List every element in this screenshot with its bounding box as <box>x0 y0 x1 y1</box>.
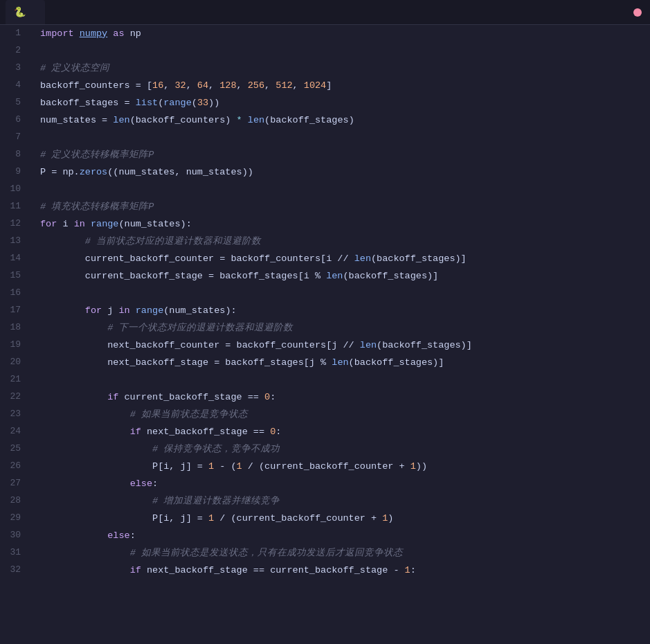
token-var <box>40 407 130 422</box>
line-number: 2 <box>6 42 21 60</box>
line-number: 8 <box>6 146 21 163</box>
token-comment: # 当前状态对应的退避计数器和退避阶数 <box>85 234 261 249</box>
code-line <box>40 42 639 60</box>
token-var: ((num_states, num_states)) <box>107 165 253 180</box>
token-var: , <box>293 78 304 93</box>
code-line: for i in range(num_states): <box>40 215 639 233</box>
token-number: 0 <box>264 390 270 405</box>
code-line: # 填充状态转移概率矩阵P <box>40 198 639 215</box>
token-kw: in <box>118 303 129 319</box>
line-number: 17 <box>6 302 21 319</box>
line-number: 28 <box>6 492 21 510</box>
editor-container: 🐍 12345678910111213141516171819202122232… <box>0 0 650 644</box>
token-var: , <box>186 78 197 93</box>
token-var: : <box>152 476 158 492</box>
token-var: - ( <box>214 459 236 474</box>
token-var: (backoff_stages)] <box>377 338 472 353</box>
token-var <box>130 303 136 319</box>
line-number: 10 <box>6 181 21 198</box>
line-number: 29 <box>6 510 21 527</box>
code-line: # 定义状态空间 <box>40 60 639 77</box>
token-number: 16 <box>152 78 163 93</box>
line-number: 13 <box>6 233 21 250</box>
token-var <box>242 113 248 128</box>
token-var: : <box>276 424 281 440</box>
token-var <box>74 26 80 42</box>
line-number: 4 <box>6 77 21 94</box>
tab-bar-right <box>631 0 644 25</box>
token-var: current_backoff_counter = backoff_counte… <box>40 251 354 267</box>
token-module-underline: numpy <box>80 26 108 42</box>
token-var: / (current_backoff_counter + <box>242 459 410 474</box>
token-number: 1 <box>382 511 388 526</box>
token-comment: # 如果当前状态是竞争状态 <box>130 407 248 422</box>
code-line: else: <box>40 527 639 544</box>
code-content[interactable]: import numpy as np # 定义状态空间backoff_count… <box>29 25 650 644</box>
token-kw: for <box>40 217 57 232</box>
token-builtin: len <box>360 338 377 353</box>
line-number: 26 <box>6 458 21 475</box>
token-var <box>40 303 85 319</box>
token-var <box>85 217 91 232</box>
code-line: # 如果当前状态是发送状态，只有在成功发送后才返回竞争状态 <box>40 544 639 562</box>
line-number: 25 <box>6 440 21 458</box>
token-builtin: range <box>91 217 119 232</box>
code-line: # 下一个状态对应的退避计数器和退避阶数 <box>40 319 639 337</box>
code-line <box>40 129 639 146</box>
token-var: num_states = <box>40 113 113 128</box>
line-number: 24 <box>6 423 21 440</box>
token-var: (backoff_stages)] <box>371 251 467 267</box>
code-line <box>40 285 639 302</box>
token-op: * <box>237 113 242 128</box>
token-builtin: len <box>248 113 264 128</box>
token-var: , <box>163 78 174 93</box>
line-number: 23 <box>6 406 21 423</box>
token-var: current_backoff_stage = backoff_stages[i… <box>40 269 326 284</box>
token-number: 0 <box>270 424 276 440</box>
token-builtin: len <box>113 113 129 128</box>
code-line: for j in range(num_states): <box>40 302 639 319</box>
token-var: (backoff_counters) <box>130 113 237 128</box>
editor-area: 1234567891011121314151617181920212223242… <box>0 25 650 644</box>
line-number: 5 <box>6 94 21 111</box>
token-builtin: len <box>332 355 348 370</box>
token-var: next_backoff_stage == current_backoff_st… <box>141 563 405 578</box>
token-number: 1 <box>208 459 214 474</box>
line-number: 21 <box>6 371 21 388</box>
line-number: 19 <box>6 337 21 354</box>
code-line: # 定义状态转移概率矩阵P <box>40 146 639 163</box>
token-func: zeros <box>80 165 108 180</box>
token-var: i <box>57 217 73 232</box>
token-var: next_backoff_stage = backoff_stages[j % <box>40 355 332 370</box>
code-line: num_states = len(backoff_counters) * len… <box>40 111 639 129</box>
main-tab[interactable]: 🐍 <box>6 0 45 24</box>
token-var: ( <box>158 96 163 111</box>
token-kw: if <box>130 563 141 578</box>
code-line: # 保持竞争状态，竞争不成功 <box>40 440 639 458</box>
token-var: next_backoff_stage == <box>141 424 270 440</box>
code-line: if next_backoff_stage == current_backoff… <box>40 562 639 579</box>
code-line: P[i, j] = 1 - (1 / (current_backoff_coun… <box>40 458 639 475</box>
token-var: current_backoff_stage == <box>118 390 264 405</box>
token-var: (backoff_stages)] <box>343 269 438 284</box>
token-builtin: len <box>326 269 343 284</box>
token-var: ] <box>326 78 332 93</box>
token-var: : <box>410 563 416 578</box>
code-line <box>40 181 639 198</box>
code-line: current_backoff_counter = backoff_counte… <box>40 250 639 267</box>
token-builtin: range <box>136 303 164 319</box>
token-var <box>40 321 107 336</box>
token-kw: import <box>40 26 74 42</box>
token-var <box>107 26 113 42</box>
code-line: # 当前状态对应的退避计数器和退避阶数 <box>40 233 639 250</box>
code-line: next_backoff_stage = backoff_stages[j % … <box>40 354 639 371</box>
token-var <box>40 546 130 561</box>
token-kw: else <box>130 476 152 492</box>
line-number: 9 <box>6 163 21 181</box>
token-comment: # 定义状态转移概率矩阵P <box>40 147 154 163</box>
token-var: )) <box>208 96 219 111</box>
token-var: (num_states): <box>163 303 236 319</box>
token-var: , <box>208 78 219 93</box>
token-number: 64 <box>197 78 208 93</box>
code-line: # 如果当前状态是竞争状态 <box>40 406 639 423</box>
